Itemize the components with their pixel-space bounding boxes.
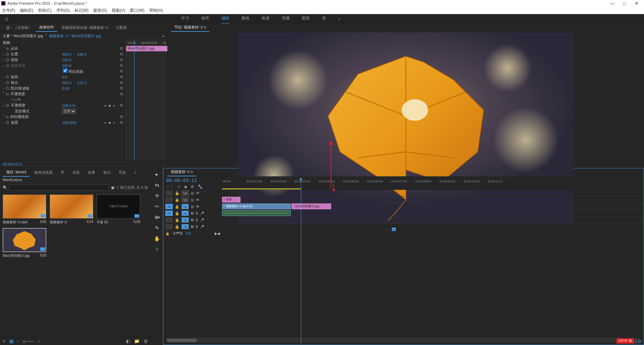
property-位置[interactable]: ›Ò位置960.0540.0⟲ — [0, 51, 126, 57]
bin-item[interactable]: 字幕文字示例02字幕 025:00 — [97, 194, 140, 225]
trash-icon[interactable]: 🗑 — [144, 339, 148, 344]
tab-info[interactable]: 信息 — [69, 169, 83, 176]
project-search-input[interactable] — [9, 184, 109, 190]
play-arrow-icon[interactable]: ▸ — [163, 34, 165, 38]
program-tab[interactable]: 节目: 视频素材~2 ≡ — [171, 23, 209, 32]
new-item-icon[interactable]: ◧ — [126, 339, 130, 344]
clip[interactable]: ▫ 视频素材~2.mp4 [V] — [222, 204, 291, 209]
timeline-tracks-area[interactable]: ▫ 字幕▫ 视频素材~2.mp4 [V]▫ Word另存图片.jpg — [222, 190, 644, 336]
menu-sequence[interactable]: 序列(S) — [56, 8, 70, 13]
blend-mode-select[interactable]: 混合模式正常 — [0, 108, 126, 114]
audio-track-A2[interactable] — [222, 217, 644, 223]
video-track-V2[interactable]: ▫ 字幕 — [222, 196, 644, 203]
marker-add-icon[interactable]: ◆ — [184, 184, 187, 189]
linked-selection-icon[interactable]: ⊂ — [177, 184, 181, 189]
list-view-icon[interactable]: ≡ — [3, 339, 5, 344]
checkbox-uniform-scale[interactable]: 等比缩放⟲ — [0, 68, 126, 74]
tab-audio-mixer[interactable]: 音频剪辑混合器: 视频素材~2 — [58, 24, 112, 32]
new-bin-icon[interactable]: 📁 — [134, 339, 140, 344]
video-track-head-V1[interactable]: V1🔒V1⊟👁 — [163, 203, 222, 210]
video-track-head-V2[interactable]: 🔒V2⊟👁 — [163, 196, 222, 203]
clip[interactable]: ▫ Word另存图片.jpg — [291, 204, 331, 209]
workspace-audio[interactable]: 音频 — [282, 13, 290, 24]
hand-tool[interactable]: ✋ — [153, 235, 161, 242]
home-icon[interactable]: ⌂ — [0, 16, 13, 22]
timeline-zoom-scroll[interactable] — [166, 338, 641, 343]
icon-view-icon[interactable]: ▦ — [9, 339, 13, 344]
chevron-down-icon[interactable]: ˅ — [45, 34, 47, 38]
workspace-assembly[interactable]: 组件 — [201, 13, 209, 24]
tab-history[interactable]: 历史 — [115, 169, 129, 176]
property-锚点[interactable]: ›Ò锚点343.5215.5⟲ — [0, 80, 126, 85]
ripple-tool[interactable]: ✢ — [153, 192, 161, 199]
workspace-overflow[interactable]: » — [338, 17, 340, 21]
bin-item[interactable]: 视频素材~2.mp43:00 — [3, 194, 46, 225]
menu-view[interactable]: 视图(V) — [112, 8, 125, 13]
property-缩放宽度[interactable]: ›Ò缩放宽度100.0⟲ — [0, 63, 126, 68]
close-button[interactable]: ✕ — [631, 0, 643, 7]
audio-track-head-A3[interactable]: 🔒A3MS🎤 — [163, 223, 222, 230]
video-track-V3[interactable] — [222, 190, 644, 196]
tab-media-browser[interactable]: 媒体浏览器 — [31, 169, 56, 176]
menu-file[interactable]: 文件(F) — [2, 8, 15, 13]
menu-window[interactable]: 窗口(W) — [130, 8, 144, 13]
sort-icon[interactable]: ↕ — [38, 339, 40, 344]
workspace-color[interactable]: 颜色 — [241, 13, 250, 24]
selection-tool[interactable]: ▸ — [153, 171, 161, 178]
mini-playhead[interactable] — [134, 40, 135, 161]
type-tool[interactable]: T — [153, 246, 161, 253]
audio-track-head-A1[interactable]: A1🔒A1MS🎤 — [163, 210, 222, 217]
sequence-clip-path[interactable]: 视频素材~2 * Word另存图片.jpg — [49, 34, 101, 39]
effect-时间重映射[interactable]: ˅fx时间重映射⟲ — [0, 114, 126, 120]
tab-source[interactable]: 源：（无剪辑） — [3, 24, 35, 32]
effect-timecode[interactable]: 00:00:03:11 — [0, 161, 167, 168]
property-速度[interactable]: ›Ò速度100.00%◂ ◆ ▸⟲ — [0, 120, 126, 125]
menu-help[interactable]: 帮助(H) — [149, 8, 163, 13]
freeform-view-icon[interactable]: ▫ — [17, 339, 19, 344]
tab-markers-bottom[interactable]: 标记 — [100, 169, 114, 176]
video-track-head-V3[interactable]: 🔒V3⊟👁 — [163, 190, 222, 196]
tab-project[interactable]: 项目: Word3 — [3, 168, 30, 177]
menu-edit[interactable]: 编辑(E) — [20, 8, 33, 13]
timeline-timecode[interactable]: 00:00:03:11 — [166, 178, 219, 183]
workspace-learn[interactable]: 学习 — [181, 13, 189, 24]
tab-metadata[interactable]: 元数据 — [112, 24, 130, 32]
timeline-ruler[interactable]: :00:0000:00:01:0000:00:02:0000:00:03:000… — [222, 176, 644, 190]
bin-item[interactable]: 视频素材~24:24 — [50, 194, 93, 225]
effect-运动[interactable]: ˅fx运动⟲ — [0, 46, 126, 51]
work-area-bar[interactable] — [222, 188, 301, 189]
audio-track-A3[interactable] — [222, 223, 644, 230]
tab-effects-bottom[interactable]: 效果 — [85, 169, 99, 176]
menu-markers[interactable]: 标记(M) — [74, 8, 89, 13]
menu-clip[interactable]: 剪辑(C) — [38, 8, 52, 13]
audio-track-head-A2[interactable]: 🔒A2MS🎤 — [163, 217, 222, 223]
razor-tool[interactable]: ✂ — [153, 203, 161, 210]
thumb-slider[interactable]: o—— — [23, 339, 34, 344]
workspace-graphics[interactable]: 图形 — [302, 13, 310, 24]
effect-不透明度[interactable]: ˅fx不透明度⟲ — [0, 91, 126, 97]
tab-overflow[interactable]: » — [131, 169, 140, 176]
project-bins[interactable]: 视频素材~2.mp43:00视频素材~24:24字幕文字示例02字幕 025:0… — [0, 192, 151, 337]
mask-tools[interactable]: ○ □ ✎ — [0, 97, 126, 103]
property-缩放[interactable]: ›Ò缩放100.0⟲ — [0, 57, 126, 63]
menu-graphics[interactable]: 图形(G) — [93, 8, 107, 13]
wrench-icon-tl[interactable]: 🔧 — [198, 184, 203, 189]
master-track-head[interactable]: 🔒主声道0.0▶◀ — [163, 230, 222, 237]
workspace-editing[interactable]: 编辑 — [221, 13, 229, 24]
video-track-V1[interactable]: ▫ 视频素材~2.mp4 [V]▫ Word另存图片.jpg — [222, 203, 644, 210]
workspace-effects[interactable]: 效果 — [262, 13, 270, 24]
property-不透明度[interactable]: ›Ò不透明度100.0 %◂ ◆ ▸⟲ — [0, 103, 126, 108]
workspace-libraries[interactable]: 库 — [322, 13, 326, 24]
timeline-tab[interactable]: 视频素材~2 ≡ — [167, 168, 196, 176]
slip-tool[interactable]: ⟴ — [153, 214, 161, 221]
bin-icon[interactable]: ▣ — [111, 185, 114, 190]
tab-effect-controls[interactable]: 效果控件 — [36, 23, 57, 32]
property-防闪烁滤镜[interactable]: ›Ò防闪烁滤镜0.00⟲ — [0, 85, 126, 91]
audio-clip[interactable] — [222, 210, 291, 216]
timeline-playhead[interactable] — [301, 178, 301, 344]
bin-item[interactable]: Word另存图片.jpg5:00 — [3, 228, 46, 258]
keyframe-area[interactable]: :03:00 00:00:04:00 00 Word另存图片.jpg — [126, 40, 167, 161]
pen-tool[interactable]: ✎ — [153, 224, 161, 232]
maximize-button[interactable]: □ — [619, 0, 631, 7]
track-select-tool[interactable]: ⇆ — [153, 181, 161, 189]
